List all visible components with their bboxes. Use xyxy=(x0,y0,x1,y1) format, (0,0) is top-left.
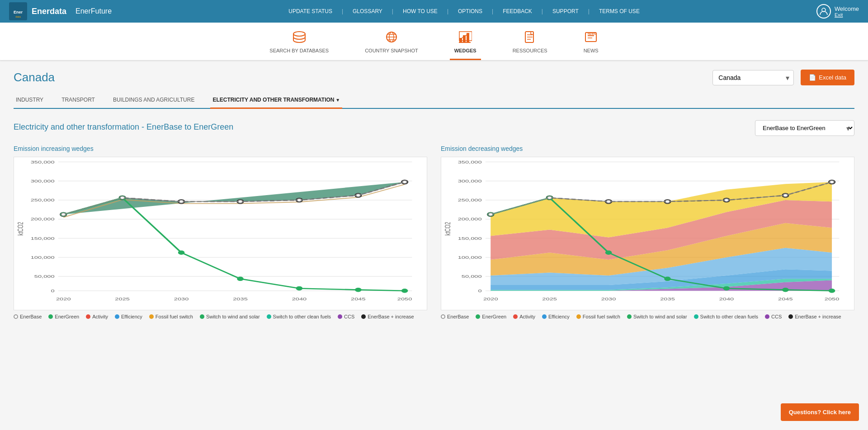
svg-text:2035: 2035 xyxy=(660,296,675,301)
efficiency-icon xyxy=(115,314,119,319)
legend2-enerbase-increase: EnerBase + increase xyxy=(788,314,841,319)
svg-text:250,000: 250,000 xyxy=(31,198,55,203)
fossil2-icon xyxy=(576,314,581,319)
sub-nav-industry[interactable]: INDUSTRY xyxy=(14,92,46,109)
svg-point-112 xyxy=(723,286,729,290)
clean-fuels2-icon xyxy=(694,314,698,319)
country-select-wrapper: Canada USA France Germany China India xyxy=(712,70,794,85)
svg-text:350,000: 350,000 xyxy=(31,159,55,164)
news-icon: NEWS xyxy=(584,31,598,46)
svg-point-119 xyxy=(724,199,729,201)
main-nav: SEARCH BY DATABASES COUNTRY SNAPSHOT xyxy=(0,23,868,61)
svg-text:ktCO2: ktCO2 xyxy=(16,222,24,235)
user-welcome-text: Welcome Exit xyxy=(835,5,859,18)
legend-energreen: EnerGreen xyxy=(48,314,79,319)
sub-nav-electricity[interactable]: ELECTRICITY AND OTHER TRANSFORMATION xyxy=(210,92,342,109)
svg-text:2045: 2045 xyxy=(778,296,793,301)
nav-glossary[interactable]: GLOSSARY xyxy=(349,6,386,17)
scenario-select[interactable]: EnerBase to EnerGreen EnerBase to EnerBl… xyxy=(755,120,854,136)
chart2-container: Emission decreasing wedges 350,000 300,0… xyxy=(441,145,854,319)
tab-resources[interactable]: RESSOURCES xyxy=(508,27,552,60)
svg-text:0: 0 xyxy=(51,288,55,293)
nav-update-status[interactable]: UPDATE STATUS xyxy=(285,6,336,17)
svg-text:data: data xyxy=(15,15,21,18)
legend-efficiency: Efficiency xyxy=(115,314,142,319)
enerbase-increase-icon xyxy=(361,314,366,319)
user-icon xyxy=(816,4,831,19)
enerbase-icon xyxy=(14,314,18,319)
tab-label-search: SEARCH BY DATABASES xyxy=(269,48,329,53)
svg-text:200,000: 200,000 xyxy=(458,217,482,222)
tab-search-databases[interactable]: SEARCH BY DATABASES xyxy=(265,27,333,60)
app-title: EnerFuture xyxy=(75,7,112,15)
legend-ccs: CCS xyxy=(338,314,354,319)
svg-point-66 xyxy=(238,200,243,203)
svg-text:150,000: 150,000 xyxy=(458,236,482,241)
chart-section-title: Electricity and other transformation - E… xyxy=(14,122,233,132)
svg-text:NEWS: NEWS xyxy=(588,33,596,35)
excel-button[interactable]: 📄 Excel data xyxy=(801,70,854,85)
svg-text:50,000: 50,000 xyxy=(462,274,482,279)
legend2-enerbase: EnerBase xyxy=(441,314,469,319)
tab-label-wedges: WEDGES xyxy=(454,48,476,53)
nav-how-to-use[interactable]: HOW TO USE xyxy=(399,6,441,17)
efficiency2-icon xyxy=(542,314,547,319)
svg-point-67 xyxy=(297,199,302,201)
tab-label-news: NEWS xyxy=(584,48,599,53)
svg-text:2040: 2040 xyxy=(292,296,307,301)
svg-text:2035: 2035 xyxy=(233,296,248,301)
svg-point-120 xyxy=(783,194,788,196)
sub-nav-buildings[interactable]: BUILDINGS AND AGRICULTURE xyxy=(111,92,197,109)
tab-label-resources: RESSOURCES xyxy=(513,48,547,53)
charts-row: Emission increasing wedges 350,000 300,0… xyxy=(14,145,854,319)
globe-icon xyxy=(385,31,398,46)
sub-nav: INDUSTRY TRANSPORT BUILDINGS AND AGRICUL… xyxy=(14,92,854,109)
legend2-energreen: EnerGreen xyxy=(476,314,506,319)
legend2-efficiency: Efficiency xyxy=(542,314,570,319)
chart2-area: 350,000 300,000 250,000 200,000 150,000 … xyxy=(441,157,854,310)
svg-point-110 xyxy=(606,251,612,254)
svg-text:ktCO2: ktCO2 xyxy=(443,222,452,235)
country-select[interactable]: Canada USA France Germany China India xyxy=(712,70,794,85)
svg-text:300,000: 300,000 xyxy=(31,179,55,184)
svg-marker-47 xyxy=(63,182,405,215)
header: Enerdata Enerdata EnerFuture UPDATE STAT… xyxy=(0,0,868,23)
tab-news[interactable]: NEWS NEWS xyxy=(579,27,603,60)
chart-section-header: Electricity and other transformation - E… xyxy=(14,120,854,136)
page-title: Canada xyxy=(14,70,55,84)
svg-text:350,000: 350,000 xyxy=(458,159,482,164)
svg-text:2030: 2030 xyxy=(601,296,616,301)
scenario-select-wrapper: EnerBase to EnerGreen EnerBase to EnerBl… xyxy=(755,120,854,136)
fossil-icon xyxy=(149,314,154,319)
svg-text:200,000: 200,000 xyxy=(31,217,55,222)
legend-enerbase: EnerBase xyxy=(14,314,42,319)
nav-feedback[interactable]: FEEDBACK xyxy=(499,6,536,17)
wind-solar2-icon xyxy=(627,314,632,319)
nav-support[interactable]: SUPPORT xyxy=(549,6,582,17)
chart1-container: Emission increasing wedges 350,000 300,0… xyxy=(14,145,427,319)
tab-country-snapshot[interactable]: COUNTRY SNAPSHOT xyxy=(360,27,423,60)
svg-point-58 xyxy=(179,251,184,254)
svg-point-113 xyxy=(783,288,788,291)
svg-point-4 xyxy=(293,32,305,36)
svg-point-59 xyxy=(237,277,243,280)
user-area: Welcome Exit xyxy=(816,4,859,19)
svg-text:2025: 2025 xyxy=(115,296,130,301)
nav-terms[interactable]: TERMS OF USE xyxy=(595,6,643,17)
ccs-icon xyxy=(338,314,342,319)
svg-point-61 xyxy=(355,288,361,291)
svg-text:2040: 2040 xyxy=(719,296,734,301)
tab-wedges[interactable]: WEDGES xyxy=(450,27,481,60)
svg-text:2050: 2050 xyxy=(825,296,840,301)
legend-wind-solar: Switch to wind and solar xyxy=(200,314,260,319)
svg-point-114 xyxy=(829,289,835,293)
nav-options[interactable]: OPTIONS xyxy=(454,6,486,17)
svg-text:Ener: Ener xyxy=(14,10,23,14)
wind-solar-icon xyxy=(200,314,204,319)
svg-text:2050: 2050 xyxy=(397,296,412,301)
legend2-wind-solar: Switch to wind and solar xyxy=(627,314,687,319)
chart1-subtitle: Emission increasing wedges xyxy=(14,145,427,152)
sub-nav-transport[interactable]: TRANSPORT xyxy=(59,92,97,109)
svg-text:2030: 2030 xyxy=(174,296,189,301)
legend2-activity: Activity xyxy=(513,314,535,319)
